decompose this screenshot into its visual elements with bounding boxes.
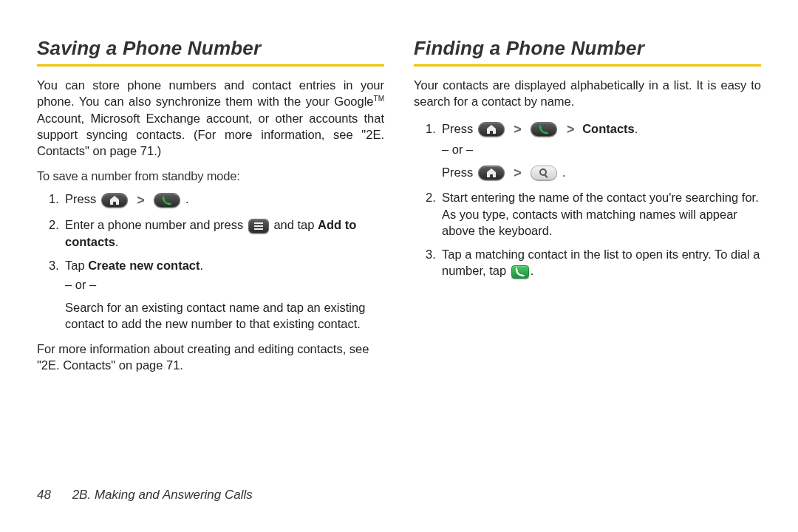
text: Account, Microsoft Exchange account, or …: [37, 112, 384, 158]
step-1-alt: Press > .: [442, 164, 761, 183]
phone-key-icon: [531, 122, 557, 137]
text: Tap a matching contact in the list to op…: [442, 248, 760, 277]
text: Press: [442, 166, 477, 179]
text: Tap: [65, 259, 88, 272]
or-divider: – or –: [65, 276, 384, 293]
step-3: 3. Tap a matching contact in the list to…: [429, 246, 761, 279]
text: .: [531, 264, 534, 277]
text: .: [562, 166, 566, 179]
step-3-alt: Search for an existing contact name and …: [65, 299, 384, 332]
saving-subhead: To save a number from standby mode:: [37, 169, 384, 183]
section-saving: Saving a Phone Number You can store phon…: [37, 37, 384, 374]
step-number: 2.: [426, 189, 436, 205]
text: and tap: [273, 218, 318, 231]
step-2: 2. Enter a phone number and press and ta…: [52, 216, 384, 250]
home-key-icon: [478, 166, 505, 180]
section-ref: 2B. Making and Answering Calls: [72, 488, 253, 502]
section-finding: Finding a Phone Number Your contacts are…: [414, 37, 761, 374]
page-footer: 48 2B. Making and Answering Calls: [37, 488, 253, 502]
page-number: 48: [37, 488, 51, 502]
home-key-icon: [478, 122, 505, 137]
step-number: 1.: [426, 120, 436, 137]
step-number: 2.: [49, 216, 59, 233]
step-1: 1. Press > > Contacts. – or – Press > .: [429, 120, 761, 183]
step-3: 3. Tap Create new contact. – or – Search…: [52, 257, 384, 332]
step-1: 1. Press > .: [52, 191, 384, 209]
saving-intro: You can store phone numbers and contact …: [37, 77, 384, 159]
menu-key-icon: [248, 219, 269, 233]
rule: [414, 64, 761, 66]
phone-key-icon: [154, 193, 180, 208]
bold-text: Contacts: [582, 122, 635, 135]
step-number: 1.: [49, 191, 59, 207]
search-key-icon: [531, 166, 557, 180]
finding-steps: 1. Press > > Contacts. – or – Press > . …: [414, 120, 761, 279]
text: Press: [65, 192, 100, 205]
chevron-icon: >: [137, 191, 145, 209]
step-number: 3.: [49, 257, 59, 273]
text: Enter a phone number and press: [65, 218, 247, 231]
step-2: 2. Start entering the name of the contac…: [429, 189, 761, 239]
home-key-icon: [101, 193, 128, 208]
text: Start entering the name of the contact y…: [442, 191, 759, 237]
text: Press: [442, 122, 477, 135]
saving-after: For more information about creating and …: [37, 341, 384, 374]
trademark: TM: [374, 95, 384, 103]
step-number: 3.: [426, 246, 436, 262]
call-button-icon: [511, 265, 529, 279]
text: .: [635, 122, 638, 135]
saving-steps: 1. Press > . 2. Enter a phone number and…: [37, 191, 384, 332]
or-divider: – or –: [442, 141, 761, 157]
finding-intro: Your contacts are displayed alphabetical…: [414, 77, 761, 110]
text: .: [185, 192, 189, 205]
chevron-icon: >: [514, 120, 522, 138]
text: .: [200, 259, 203, 272]
bold-text: Create new contact: [88, 259, 200, 272]
text: You can store phone numbers and contact …: [37, 78, 384, 108]
rule: [37, 64, 384, 66]
text: .: [115, 235, 119, 248]
section-title-saving: Saving a Phone Number: [37, 37, 384, 60]
section-title-finding: Finding a Phone Number: [414, 37, 761, 60]
chevron-icon: >: [567, 120, 575, 138]
chevron-icon: >: [514, 164, 522, 182]
